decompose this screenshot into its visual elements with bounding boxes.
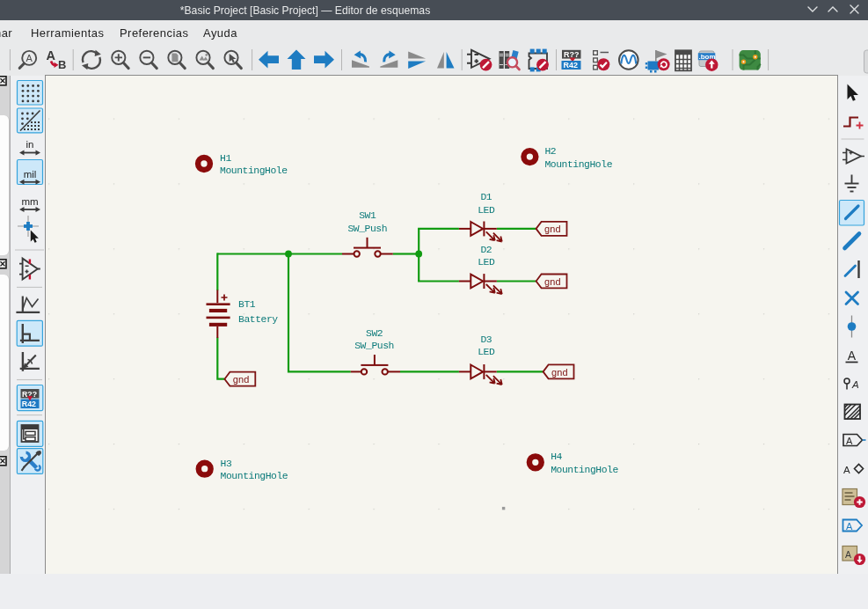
svg-text:SW_Push: SW_Push [347, 224, 387, 234]
svg-text:A: A [846, 521, 853, 532]
svg-text:A: A [843, 465, 850, 475]
svg-text:LED: LED [478, 257, 495, 268]
svg-text:A: A [26, 53, 33, 63]
svg-text:A: A [845, 549, 851, 560]
svg-text:gnd: gnd [544, 277, 561, 288]
svg-text:MountingHole: MountingHole [221, 471, 288, 481]
svg-text:H4: H4 [551, 451, 562, 462]
svg-text:mm: mm [21, 196, 38, 207]
svg-text:gnd: gnd [544, 224, 561, 235]
svg-text:A: A [47, 48, 56, 62]
svg-text:H3: H3 [221, 459, 232, 469]
svg-text:R??: R?? [564, 50, 580, 59]
svg-text:Battery: Battery [238, 314, 278, 325]
svg-text:R42: R42 [564, 61, 579, 70]
svg-text:H1: H1 [220, 153, 231, 164]
svg-text:D3: D3 [480, 334, 492, 345]
svg-text:D2: D2 [480, 245, 492, 255]
svg-text:MountingHole: MountingHole [544, 159, 612, 170]
svg-text:A: A [846, 436, 853, 446]
svg-text:SW2: SW2 [366, 328, 383, 339]
svg-text:R42: R42 [22, 400, 36, 408]
svg-text:gnd: gnd [551, 368, 568, 378]
svg-text:LED: LED [478, 205, 495, 216]
svg-text:SW1: SW1 [359, 210, 376, 221]
svg-text:SW_Push: SW_Push [354, 341, 394, 351]
svg-text:D1: D1 [480, 192, 492, 202]
svg-text:BT1: BT1 [238, 299, 256, 310]
svg-text:mil: mil [24, 169, 37, 180]
svg-text:B: B [58, 58, 66, 71]
svg-text:H2: H2 [544, 146, 556, 157]
svg-text:gnd: gnd [233, 375, 250, 385]
svg-text:MountingHole: MountingHole [220, 165, 288, 176]
svg-text:LED: LED [478, 347, 495, 357]
svg-text:A: A [848, 349, 857, 363]
svg-text:in: in [26, 139, 34, 150]
svg-text:A: A [851, 379, 859, 390]
svg-text:MountingHole: MountingHole [551, 465, 618, 475]
